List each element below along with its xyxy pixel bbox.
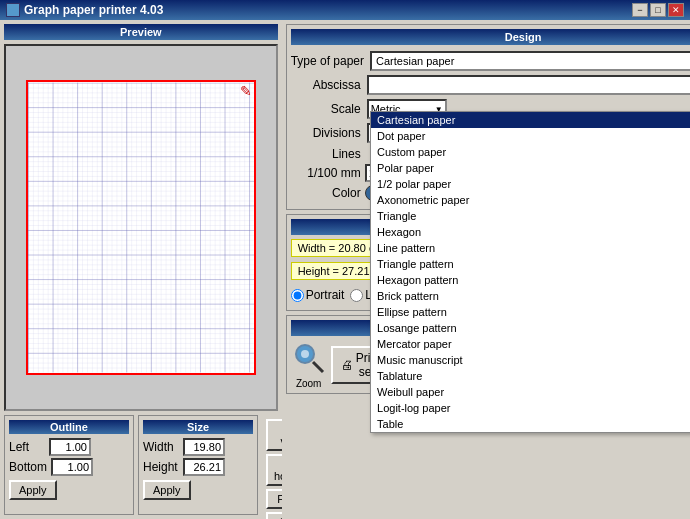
lines-label: Lines — [291, 147, 361, 161]
paper-option-hexagon[interactable]: Hexagon — [371, 224, 690, 240]
paper-option-custom[interactable]: Custom paper — [371, 144, 690, 160]
paper-option-mercator[interactable]: Mercator paper — [371, 336, 690, 352]
width-input[interactable] — [183, 438, 225, 456]
title-bar-text: Graph paper printer 4.03 — [6, 3, 163, 17]
paper-option-triangle[interactable]: Triangle — [371, 208, 690, 224]
design-header: Design — [291, 29, 690, 45]
size-apply-button[interactable]: Apply — [143, 480, 191, 500]
outline-section: Outline Left Bottom Apply — [4, 415, 134, 515]
paper-option-logit[interactable]: Logit-log paper — [371, 400, 690, 416]
abscissa-label: Abscissa — [291, 78, 361, 92]
paper-option-dot[interactable]: Dot paper — [371, 128, 690, 144]
paper-option-line-pattern[interactable]: Line pattern — [371, 240, 690, 256]
abscissa-dropdown[interactable]: ▼ — [367, 75, 690, 95]
width-row: Width — [143, 438, 253, 456]
bottom-margin-row: Bottom — [9, 458, 129, 476]
title-bar: Graph paper printer 4.03 − □ ✕ — [0, 0, 690, 20]
paper-option-polar[interactable]: Polar paper — [371, 160, 690, 176]
paper-option-triangle-pattern[interactable]: Triangle pattern — [371, 256, 690, 272]
zoom-icon — [291, 340, 327, 376]
paper-option-weibull[interactable]: Weibull paper — [371, 384, 690, 400]
left-margin-row: Left — [9, 438, 129, 456]
minimize-button[interactable]: − — [632, 3, 648, 17]
type-of-paper-label: Type of paper — [291, 54, 364, 68]
paper-option-tablature[interactable]: Tablature — [371, 368, 690, 384]
left-label: Left — [9, 440, 45, 454]
per100mm-label: 1/100 mm — [291, 166, 361, 180]
paper-option-music[interactable]: Music manuscript — [371, 352, 690, 368]
paper-option-axonometric[interactable]: Axonometric paper — [371, 192, 690, 208]
left-panel: Preview ✎ — [0, 20, 282, 519]
left-input[interactable] — [49, 438, 91, 456]
color-label: Color — [291, 186, 361, 200]
design-section: Design Type of paper Cartesian paper ▼ C… — [286, 24, 690, 210]
paper-option-hexagon-pattern[interactable]: Hexagon pattern — [371, 272, 690, 288]
paper-type-popup[interactable]: Cartesian paper Dot paper Custom paper P… — [370, 111, 690, 433]
paper-type-value: Cartesian paper — [374, 55, 690, 67]
bottom-input[interactable] — [51, 458, 93, 476]
corner-icon: ✎ — [240, 84, 252, 96]
divisions-label: Divisions — [291, 126, 361, 140]
preview-header: Preview — [4, 24, 278, 40]
bottom-label: Bottom — [9, 460, 47, 474]
landscape-radio[interactable] — [350, 289, 363, 302]
height-input[interactable] — [183, 458, 225, 476]
title-bar-buttons: − □ ✕ — [632, 3, 684, 17]
size-header: Size — [143, 420, 253, 434]
type-of-paper-row: Type of paper Cartesian paper ▼ Cartesia… — [291, 51, 690, 71]
right-panel: Design Type of paper Cartesian paper ▼ C… — [282, 20, 690, 519]
paper-type-dropdown[interactable]: Cartesian paper ▼ — [370, 51, 690, 71]
paper-option-brick[interactable]: Brick pattern — [371, 288, 690, 304]
outline-apply-button[interactable]: Apply — [9, 480, 57, 500]
paper-type-dropdown-container: Cartesian paper ▼ Cartesian paper Dot pa… — [370, 51, 690, 71]
app-icon — [6, 3, 20, 17]
paper-option-losange[interactable]: Losange pattern — [371, 320, 690, 336]
svg-point-6 — [301, 350, 309, 358]
svg-rect-2 — [28, 83, 254, 373]
abscissa-row: Abscissa ▼ — [291, 75, 690, 95]
maximize-button[interactable]: □ — [650, 3, 666, 17]
paper-option-half-polar[interactable]: 1/2 polar paper — [371, 176, 690, 192]
size-section: Size Width Height Apply — [138, 415, 258, 515]
close-button[interactable]: ✕ — [668, 3, 684, 17]
portrait-label: Portrait — [306, 288, 345, 302]
width-label: Width — [143, 440, 179, 454]
paper-option-ellipse[interactable]: Ellipse pattern — [371, 304, 690, 320]
printer-setup-icon: 🖨 — [341, 358, 353, 372]
svg-line-5 — [313, 362, 323, 372]
portrait-radio[interactable] — [291, 289, 304, 302]
bottom-row: Outline Left Bottom Apply Size Width — [4, 415, 278, 515]
grid-paper: ✎ — [26, 80, 256, 375]
height-label: Height — [143, 460, 179, 474]
height-row: Height — [143, 458, 253, 476]
outline-header: Outline — [9, 420, 129, 434]
zoom-label: Zoom — [296, 378, 322, 389]
paper-option-table[interactable]: Table — [371, 416, 690, 432]
preview-area: ✎ — [4, 44, 278, 411]
portrait-option[interactable]: Portrait — [291, 288, 345, 302]
paper-option-cartesian[interactable]: Cartesian paper — [371, 112, 690, 128]
scale-label: Scale — [291, 102, 361, 116]
